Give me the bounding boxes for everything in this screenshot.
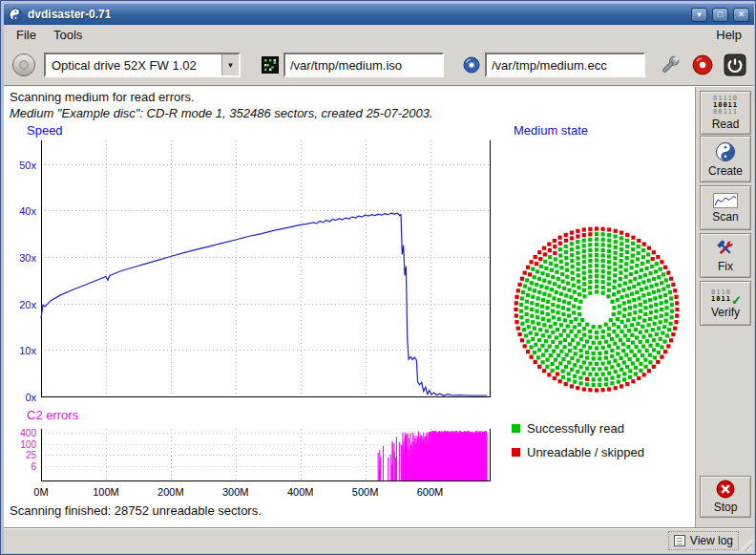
stop-icon bbox=[716, 480, 735, 499]
red-disc-icon bbox=[691, 53, 714, 76]
verify-icon: 0110 1011 ✓ bbox=[711, 288, 740, 304]
speed-chart: 0x10x20x30x40x50x bbox=[7, 140, 497, 402]
log-icon bbox=[674, 535, 685, 546]
menu-file[interactable]: File bbox=[8, 26, 45, 44]
svg-text:300M: 300M bbox=[222, 486, 249, 498]
read-button[interactable]: 01110 10011 00111 Read bbox=[700, 91, 751, 135]
scan-chart-icon bbox=[713, 193, 738, 208]
svg-text:25: 25 bbox=[26, 450, 37, 460]
drive-selector-value: Optical drive 52X FW 1.02 bbox=[46, 58, 221, 73]
scan-result-text: Scanning finished: 28752 unreadable sect… bbox=[10, 503, 262, 518]
svg-text:20x: 20x bbox=[19, 299, 36, 310]
legend-good-swatch bbox=[512, 424, 520, 433]
svg-text:0M: 0M bbox=[33, 486, 48, 498]
speed-chart-title: Speed bbox=[27, 123, 63, 138]
scan-button[interactable]: Scan bbox=[700, 185, 751, 230]
svg-text:100M: 100M bbox=[93, 486, 119, 498]
fix-label: Fix bbox=[718, 260, 733, 273]
svg-text:6: 6 bbox=[31, 461, 36, 472]
svg-text:40x: 40x bbox=[19, 205, 36, 217]
power-icon bbox=[724, 53, 746, 76]
statusbar: View log bbox=[4, 527, 754, 553]
app-window: dvdisaster-0.71 ▾ □ ✕ File Tools Help Op… bbox=[0, 0, 756, 555]
fix-button[interactable]: Fix bbox=[700, 233, 751, 278]
window-icon bbox=[9, 8, 23, 22]
svg-text:100: 100 bbox=[20, 439, 36, 450]
window-body: dvdisaster-0.71 ▾ □ ✕ File Tools Help Op… bbox=[4, 4, 754, 553]
toolbar: Optical drive 52X FW 1.02 ▼ bbox=[4, 45, 754, 85]
preferences-button[interactable] bbox=[659, 53, 682, 76]
view-log-button[interactable]: View log bbox=[668, 531, 739, 550]
legend-good-label: Successfully read bbox=[527, 421, 624, 436]
create-button[interactable]: Create bbox=[700, 136, 751, 182]
close-button[interactable]: ✕ bbox=[733, 8, 749, 22]
status-message: Scanning medium for read errors. bbox=[10, 90, 195, 104]
titlebar[interactable]: dvdisaster-0.71 ▾ □ ✕ bbox=[4, 4, 754, 25]
svg-text:50x: 50x bbox=[19, 160, 36, 171]
read-label: Read bbox=[712, 117, 740, 131]
svg-text:10x: 10x bbox=[19, 345, 36, 356]
verify-label: Verify bbox=[711, 306, 740, 319]
check-icon: ✓ bbox=[731, 293, 742, 308]
svg-text:200M: 200M bbox=[158, 486, 184, 498]
window-title: dvdisaster-0.71 bbox=[28, 8, 686, 21]
svg-text:400: 400 bbox=[20, 428, 36, 438]
wrench-icon bbox=[659, 53, 682, 76]
medium-state-title: Medium state bbox=[514, 123, 588, 138]
stop-button[interactable]: Stop bbox=[700, 476, 751, 518]
svg-text:400M: 400M bbox=[287, 486, 314, 498]
yin-yang-icon bbox=[715, 141, 736, 162]
ecc-file-input[interactable] bbox=[485, 53, 645, 77]
scan-label: Scan bbox=[712, 210, 738, 224]
legend-item-good: Successfully read bbox=[512, 421, 644, 436]
stop-label: Stop bbox=[714, 501, 738, 514]
drive-selector-combobox[interactable]: Optical drive 52X FW 1.02 ▼ bbox=[44, 53, 241, 77]
legend-bad-label: Unreadable / skipped bbox=[527, 445, 644, 459]
medium-state-disc bbox=[508, 221, 685, 398]
action-sidebar: 01110 10011 00111 Read Create bbox=[695, 87, 754, 527]
legend-bad-swatch bbox=[512, 448, 520, 457]
main-panel: Scanning medium for read errors. Medium … bbox=[4, 87, 695, 527]
svg-text:500M: 500M bbox=[352, 486, 379, 498]
ecc-file-icon bbox=[463, 56, 480, 74]
quit-button[interactable] bbox=[724, 53, 746, 76]
resize-grip[interactable] bbox=[740, 539, 752, 551]
medium-info: Medium "Example disc": CD-R mode 1, 3524… bbox=[10, 106, 433, 120]
ecc-file-button[interactable] bbox=[463, 56, 480, 74]
menu-help[interactable]: Help bbox=[707, 26, 750, 44]
menu-tools[interactable]: Tools bbox=[45, 26, 91, 44]
menubar: File Tools Help bbox=[4, 25, 754, 45]
svg-text:30x: 30x bbox=[19, 252, 36, 264]
view-log-label: View log bbox=[690, 534, 733, 547]
create-label: Create bbox=[708, 164, 743, 178]
chevron-down-icon[interactable]: ▼ bbox=[221, 54, 239, 75]
legend-item-bad: Unreadable / skipped bbox=[512, 445, 644, 459]
svg-text:0x: 0x bbox=[25, 392, 36, 403]
image-file-button[interactable] bbox=[262, 56, 279, 74]
drive-select-button[interactable] bbox=[11, 53, 36, 77]
image-file-input[interactable] bbox=[284, 53, 444, 77]
medium-state-legend: Successfully read Unreadable / skipped bbox=[512, 421, 644, 459]
drive-icon bbox=[11, 53, 36, 77]
c2-errors-chart: 0M100M200M300M400M500M600M400100256 bbox=[7, 425, 497, 503]
image-file-icon bbox=[262, 56, 279, 74]
maximize-button[interactable]: □ bbox=[712, 8, 728, 22]
about-button[interactable] bbox=[691, 53, 714, 76]
svg-text:600M: 600M bbox=[417, 486, 444, 498]
c2-chart-title: C2 errors bbox=[27, 408, 78, 422]
minimize-button[interactable]: ▾ bbox=[691, 8, 707, 22]
verify-button[interactable]: 0110 1011 ✓ Verify bbox=[700, 281, 751, 326]
repair-tools-icon bbox=[714, 239, 737, 258]
read-icon: 01110 10011 00111 bbox=[713, 96, 738, 116]
